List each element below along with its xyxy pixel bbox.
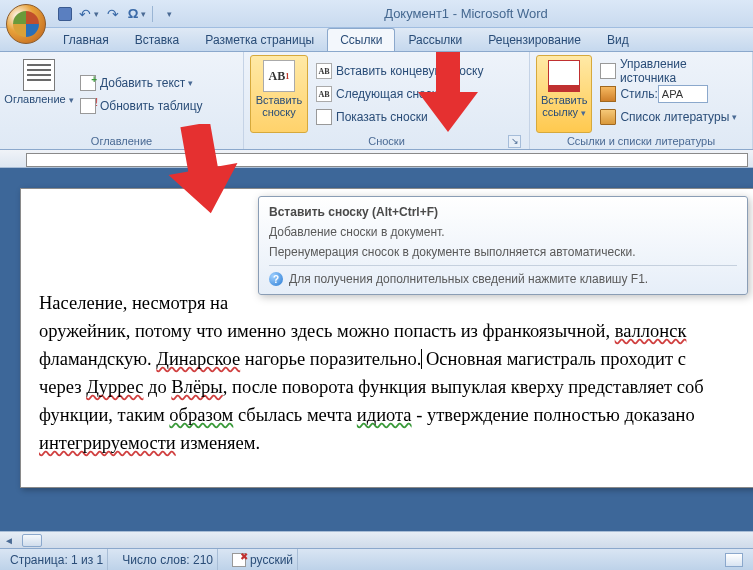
insert-footnote-label: Вставить сноску (253, 94, 305, 118)
status-bar: Страница: 1 из 1 Число слов: 210 ✖ русск… (0, 548, 753, 570)
update-table-icon: ! (80, 98, 96, 114)
table-of-contents-button[interactable]: Оглавление▾ (6, 55, 72, 133)
tab-insert[interactable]: Вставка (122, 28, 193, 51)
save-icon (58, 7, 72, 21)
group-footnotes: AB1 Вставить сноску AB Вставить концевую… (244, 52, 530, 149)
tooltip-insert-footnote: Вставить сноску (Alt+Ctrl+F) Добавление … (258, 196, 748, 295)
tooltip-title: Вставить сноску (Alt+Ctrl+F) (269, 205, 737, 219)
next-footnote-icon: AB (316, 86, 332, 102)
tab-mailings[interactable]: Рассылки (395, 28, 475, 51)
group-footnotes-label: Сноски ↘ (250, 133, 523, 149)
insert-footnote-button[interactable]: AB1 Вставить сноску (250, 55, 308, 133)
document-paragraph[interactable]: Население, несмотря на ……………………………………………… (39, 289, 753, 457)
citation-icon (548, 60, 580, 92)
manage-sources-button[interactable]: Управление источника (596, 60, 746, 82)
status-page[interactable]: Страница: 1 из 1 (6, 549, 108, 570)
print-layout-view-icon[interactable] (725, 553, 743, 567)
qat-save-button[interactable] (54, 4, 76, 24)
manage-sources-label: Управление источника (620, 57, 742, 85)
callout-arrow-2 (418, 52, 478, 132)
style-select[interactable] (658, 85, 708, 103)
status-language[interactable]: ✖ русский (228, 549, 298, 570)
tab-page-layout[interactable]: Разметка страницы (192, 28, 327, 51)
bibliography-button[interactable]: Список литературы▾ (596, 106, 746, 128)
tooltip-line-1: Добавление сноски в документ. (269, 225, 737, 239)
qat-customize-button[interactable]: ▾ (157, 4, 179, 24)
style-label: Стиль: (620, 87, 657, 101)
footnotes-dialog-launcher[interactable]: ↘ (508, 135, 521, 148)
window-title: Документ1 - Microsoft Word (179, 6, 753, 21)
bibliography-label: Список литературы (620, 110, 729, 124)
tooltip-help-text: Для получения дополнительных сведений на… (289, 272, 648, 286)
ribbon: Оглавление▾ + Добавить текст▾ ! Обновить… (0, 52, 753, 150)
add-text-icon: + (80, 75, 96, 91)
status-word-count[interactable]: Число слов: 210 (118, 549, 218, 570)
manage-sources-icon (600, 63, 616, 79)
office-button[interactable] (6, 4, 46, 44)
horizontal-scrollbar[interactable]: ◄ (0, 531, 753, 548)
footnote-icon: AB1 (263, 60, 295, 92)
qat-undo-button[interactable]: ↶▾ (78, 4, 100, 24)
qat-redo-button[interactable]: ↷ (102, 4, 124, 24)
update-table-button[interactable]: ! Обновить таблицу (76, 95, 207, 117)
group-citations: Вставить ссылку▾ Управление источника Ст… (530, 52, 753, 149)
toc-label: Оглавление (4, 93, 65, 105)
tooltip-line-2: Перенумерация сносок в документе выполня… (269, 245, 737, 259)
tab-view[interactable]: Вид (594, 28, 642, 51)
tab-references[interactable]: Ссылки (327, 28, 395, 51)
undo-icon: ↶ (79, 6, 91, 22)
spellcheck-icon: ✖ (232, 553, 246, 567)
tab-home[interactable]: Главная (50, 28, 122, 51)
style-icon (600, 86, 616, 102)
citation-style-control[interactable]: Стиль: (596, 83, 746, 105)
update-table-label: Обновить таблицу (100, 99, 203, 113)
omega-icon: Ω (128, 6, 139, 21)
group-citations-label: Ссылки и списки литературы (536, 133, 746, 149)
ribbon-tabs: Главная Вставка Разметка страницы Ссылки… (0, 28, 753, 52)
redo-icon: ↷ (107, 6, 119, 22)
tooltip-help-line: ? Для получения дополнительных сведений … (269, 265, 737, 286)
show-notes-icon (316, 109, 332, 125)
qat-separator (152, 6, 153, 22)
title-bar: ↶▾ ↷ Ω▾ ▾ Документ1 - Microsoft Word (0, 0, 753, 28)
add-text-label: Добавить текст (100, 76, 185, 90)
qat-symbol-button[interactable]: Ω▾ (126, 4, 148, 24)
help-icon: ? (269, 272, 283, 286)
insert-citation-button[interactable]: Вставить ссылку▾ (536, 55, 592, 133)
horizontal-ruler[interactable] (0, 150, 753, 168)
show-notes-label: Показать сноски (336, 110, 428, 124)
bibliography-icon (600, 109, 616, 125)
callout-arrow-1 (168, 124, 238, 214)
tab-review[interactable]: Рецензирование (475, 28, 594, 51)
add-text-button[interactable]: + Добавить текст▾ (76, 72, 207, 94)
quick-access-toolbar: ↶▾ ↷ Ω▾ ▾ (54, 0, 179, 27)
endnote-icon: AB (316, 63, 332, 79)
toc-icon (23, 59, 55, 91)
view-buttons[interactable] (721, 549, 747, 570)
scrollbar-thumb[interactable] (22, 534, 42, 547)
